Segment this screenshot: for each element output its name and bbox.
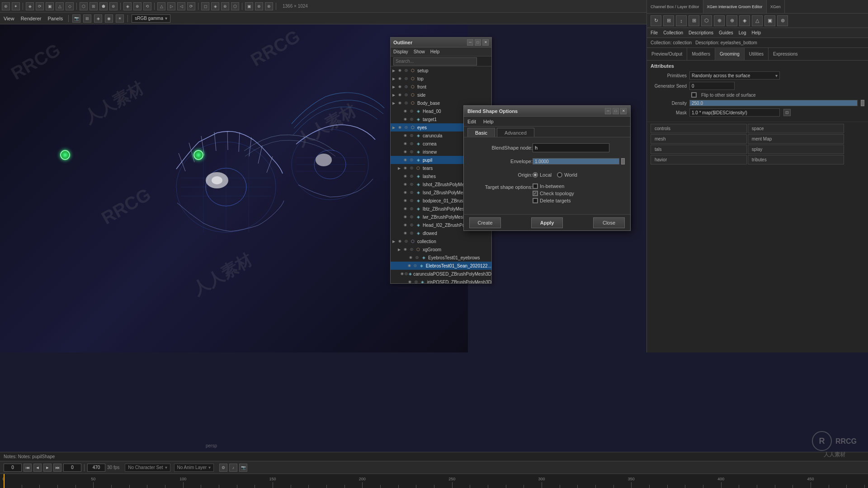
- grid-icon[interactable]: ⊞: [83, 14, 91, 23]
- xgen-tool-7[interactable]: ⊕: [726, 15, 737, 26]
- shading-icon[interactable]: ◉: [105, 14, 113, 23]
- bsd-create-button[interactable]: Create: [469, 217, 501, 228]
- blendshape-node-input[interactable]: [533, 143, 609, 152]
- bsd-tab-advanced[interactable]: Advanced: [497, 128, 534, 137]
- toolbar-icon-16[interactable]: ▷: [167, 2, 175, 10]
- menu-renderer[interactable]: Renderer: [19, 16, 43, 21]
- xgen-menu-log[interactable]: Log: [739, 30, 746, 35]
- tree-item-elebrostest01_sean_2020122...[interactable]: ◉◎◈ElebrosTest01_Sean_2020122...: [391, 262, 491, 270]
- outliner-minimize[interactable]: ─: [467, 39, 473, 46]
- envelope-slider[interactable]: 1.0000: [533, 158, 619, 164]
- toolbar-icon-9[interactable]: ⊞: [90, 2, 98, 10]
- xgen-tool-5[interactable]: ⬡: [701, 15, 712, 26]
- tree-item-front[interactable]: ▶◉◎⬡front: [391, 83, 491, 91]
- grooming-item-space[interactable]: space: [748, 124, 844, 133]
- origin-world-radio[interactable]: [557, 172, 562, 178]
- check-topology-option[interactable]: ✓ Check topology: [533, 191, 574, 196]
- manipulator-left[interactable]: [60, 150, 70, 160]
- nav-tab-expressions[interactable]: Expressions: [769, 48, 802, 60]
- tab-channel-box[interactable]: Channel Box / Layer Editor: [647, 0, 703, 13]
- nav-tab-modifiers[interactable]: Modifiers: [687, 48, 715, 60]
- generator-seed-input[interactable]: [689, 82, 735, 90]
- xgen-tool-10[interactable]: ▣: [764, 15, 775, 26]
- toolbar-icon-20[interactable]: ◈: [211, 2, 219, 10]
- toolbar-icon-10[interactable]: ⬟: [99, 2, 108, 10]
- toolbar-icon-13[interactable]: ⊕: [133, 2, 142, 10]
- tree-item-carunculaposed_zbrushpolymesh3d[interactable]: ◉◎◈carunculaPOSED_ZBrushPolyMesh3D: [391, 270, 491, 278]
- toolbar-icon-8[interactable]: ⬡: [80, 2, 88, 10]
- xgen-tool-8[interactable]: ◈: [739, 15, 750, 26]
- xgen-tool-4[interactable]: ⊞: [689, 15, 699, 26]
- grooming-item-havior[interactable]: havior: [651, 155, 747, 164]
- xgen-tool-11[interactable]: ⊛: [777, 15, 788, 26]
- camera-icon[interactable]: 📷: [72, 14, 80, 23]
- xgen-menu-guides[interactable]: Guides: [719, 30, 733, 35]
- xgen-menu-collection[interactable]: Collection: [663, 30, 683, 35]
- toolbar-icon-23[interactable]: ▣: [245, 2, 253, 10]
- tab-xgen[interactable]: XGen: [767, 0, 785, 13]
- bsd-close[interactable]: ✕: [620, 108, 627, 114]
- xgen-tool-6[interactable]: ⊕: [714, 15, 725, 26]
- xgen-tool-1[interactable]: ↻: [651, 15, 661, 26]
- toolbar-icon-22[interactable]: ⬡: [231, 2, 239, 10]
- inbetween-checkbox[interactable]: [533, 183, 538, 189]
- menu-view[interactable]: View: [2, 16, 16, 21]
- character-set-selector[interactable]: No Character Set ▾: [125, 464, 170, 472]
- tree-item-side[interactable]: ▶◉◎⬡side: [391, 91, 491, 99]
- grooming-item-splay[interactable]: splay: [748, 145, 844, 154]
- xgen-menu-file[interactable]: File: [651, 30, 658, 35]
- outliner-search-input[interactable]: [393, 57, 477, 66]
- toolbar-icon-6[interactable]: △: [56, 2, 64, 10]
- outliner-close[interactable]: ✕: [482, 39, 489, 46]
- inbetween-option[interactable]: In-between: [533, 183, 574, 189]
- grooming-item-tals[interactable]: tals: [651, 145, 747, 154]
- toolbar-icon-14[interactable]: ⟲: [143, 2, 151, 10]
- toolbar-icon-12[interactable]: ◈: [123, 2, 132, 10]
- origin-local-radio[interactable]: [533, 172, 538, 178]
- nav-tab-grooming[interactable]: Grooming: [715, 48, 745, 60]
- toolbar-icon-18[interactable]: ⟳: [187, 2, 195, 10]
- nav-tab-utilities[interactable]: Utilities: [745, 48, 769, 60]
- nav-tab-preview[interactable]: Preview/Output: [647, 48, 687, 60]
- toolbar-icon-25[interactable]: ⊕: [265, 2, 273, 10]
- tree-item-eyebrostest01_eyebrows[interactable]: ◉◎◈EyebrosTest01_eyebrows: [391, 253, 491, 262]
- bsd-restore[interactable]: □: [613, 108, 619, 114]
- start-frame-input[interactable]: [4, 464, 22, 472]
- menu-display[interactable]: Display: [393, 49, 408, 54]
- timeline-audio[interactable]: ♪: [229, 464, 237, 472]
- toolbar-icon-7[interactable]: ◇: [66, 2, 74, 10]
- xgen-tool-9[interactable]: △: [752, 15, 763, 26]
- bsd-minimize[interactable]: ─: [605, 108, 611, 114]
- toolbar-icon-19[interactable]: ◻: [201, 2, 209, 10]
- origin-world[interactable]: World: [557, 172, 577, 178]
- toolbar-icon-21[interactable]: ⊕: [221, 2, 229, 10]
- play-back-start[interactable]: ⏮: [24, 464, 32, 472]
- density-slider[interactable]: 250.0: [689, 100, 858, 106]
- tree-item-irisposed_zbrushpolymesh3d[interactable]: ◉◎◈irisPOSED_ZBrushPolyMesh3D: [391, 278, 491, 283]
- mask-options-btn[interactable]: ⊡: [783, 109, 791, 116]
- grooming-item-tributes[interactable]: tributes: [748, 155, 844, 164]
- tree-item-top[interactable]: ▶◉◎⬡top: [391, 75, 491, 83]
- toolbar-icon-15[interactable]: △: [157, 2, 165, 10]
- manipulator-right[interactable]: [193, 150, 203, 160]
- tree-item-xggroom[interactable]: ▶◉◎⬡xgGroom: [391, 245, 491, 253]
- toolbar-icon-1[interactable]: ⊕: [2, 2, 10, 10]
- light-icon[interactable]: ☀: [116, 14, 124, 23]
- xgen-menu-descriptions[interactable]: Descriptions: [689, 30, 713, 35]
- wireframe-icon[interactable]: ◈: [94, 14, 102, 23]
- xgen-menu-help[interactable]: Help: [751, 30, 761, 35]
- primitives-dropdown[interactable]: Randomly across the surface ▾: [689, 71, 780, 80]
- timeline-settings[interactable]: ⚙: [219, 464, 227, 472]
- outliner-restore[interactable]: □: [475, 39, 481, 46]
- toolbar-icon-24[interactable]: ⊗: [255, 2, 263, 10]
- play-forward-end[interactable]: ⏭: [53, 464, 61, 472]
- bsd-close-button[interactable]: Close: [593, 217, 625, 228]
- play-forward[interactable]: ►: [43, 464, 52, 472]
- envelope-slider-handle[interactable]: [621, 158, 625, 164]
- play-back[interactable]: ◄: [33, 464, 42, 472]
- toolbar-icon-17[interactable]: ◁: [177, 2, 185, 10]
- end-frame-input[interactable]: [87, 464, 105, 472]
- mask-input[interactable]: [689, 108, 780, 117]
- bsd-menu-help[interactable]: Help: [483, 119, 494, 124]
- xgen-tool-2[interactable]: ⊞: [663, 15, 674, 26]
